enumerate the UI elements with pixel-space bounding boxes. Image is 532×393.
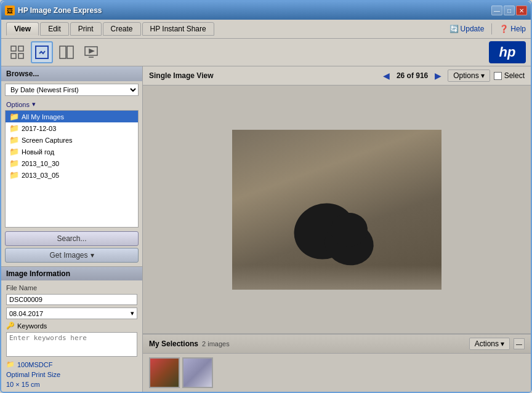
single-view-button[interactable] [31, 41, 53, 63]
menu-bar: View Edit Print Create HP Instant Share … [1, 20, 531, 39]
print-size-value: 10 × 15 cm [6, 381, 137, 388]
print-size-label: Optimal Print Size [6, 371, 137, 378]
my-selections-title: My Selections [149, 339, 198, 348]
window-title: HP Image Zone Express [18, 6, 102, 15]
folder-icon: 📁 [9, 124, 19, 133]
tab-view[interactable]: View [6, 22, 39, 36]
update-icon: 🔄 [449, 25, 459, 33]
tab-create[interactable]: Create [103, 22, 141, 36]
options-label: Options [6, 101, 30, 108]
prev-image-button[interactable]: ◀ [381, 69, 393, 82]
image-counter: 26 of 916 [397, 71, 428, 80]
image-toolbar: Single Image View ◀ 26 of 916 ▶ Options … [143, 66, 531, 85]
svg-rect-5 [60, 46, 66, 58]
content-area: Browse... By Date (Newest First) Options… [1, 66, 531, 392]
options-bar[interactable]: Options ▾ [1, 98, 142, 110]
folder-small-icon: 📁 [6, 360, 15, 368]
photo-area [143, 85, 531, 333]
file-name-label: File Name [6, 284, 137, 292]
help-icon: ❓ [499, 25, 509, 33]
select-label: Select [504, 71, 525, 80]
tab-edit[interactable]: Edit [40, 22, 69, 36]
app-icon: 🖼 [5, 6, 15, 15]
file-name-input[interactable] [6, 294, 137, 305]
hp-logo: hp [489, 41, 526, 63]
options-chevron-icon: ▾ [481, 71, 485, 80]
title-bar-buttons: — □ ✕ [491, 6, 527, 15]
search-button[interactable]: Search... [5, 231, 139, 246]
title-bar-left: 🖼 HP Image Zone Express [5, 6, 102, 15]
main-window: 🖼 HP Image Zone Express — □ ✕ View Edit … [0, 0, 532, 393]
compare-view-button[interactable] [55, 41, 78, 63]
title-bar: 🖼 HP Image Zone Express — □ ✕ [1, 1, 531, 20]
menu-tabs: View Edit Print Create HP Instant Share [6, 22, 214, 36]
thumbnail-1[interactable] [149, 357, 180, 388]
close-button[interactable]: ✕ [516, 6, 527, 15]
folder-icon: 📁 [9, 147, 19, 156]
thumbnail-2[interactable] [182, 357, 213, 388]
select-area[interactable]: Select [494, 71, 525, 80]
selections-count: 2 images [202, 340, 230, 347]
update-button[interactable]: 🔄 Update [449, 25, 485, 33]
tree-item-novy-god[interactable]: 📁 Новый год [6, 146, 138, 157]
get-images-arrow-icon: ▾ [91, 251, 94, 260]
get-images-label: Get Images [49, 251, 87, 260]
menu-divider [491, 23, 492, 34]
view-options-button[interactable]: Options ▾ [448, 69, 490, 82]
date-dropdown-icon: ▾ [131, 309, 134, 317]
keywords-icon: 🔑 [6, 322, 15, 330]
image-info-header: Image Information [1, 267, 142, 280]
actions-button[interactable]: Actions ▾ [469, 338, 510, 350]
minimize-button[interactable]: — [491, 6, 502, 15]
image-information-panel: Image Information File Name 08.04.2017 ▾… [1, 266, 142, 392]
selections-area: My Selections 2 images Actions ▾ — [143, 333, 531, 392]
keywords-textarea[interactable] [6, 332, 137, 357]
options-chevron-icon: ▾ [32, 100, 36, 108]
main-photo [232, 130, 441, 290]
tab-print[interactable]: Print [70, 22, 102, 36]
thumbnail-view-button[interactable] [6, 41, 28, 63]
main-area: Single Image View ◀ 26 of 916 ▶ Options … [143, 66, 531, 392]
svg-rect-1 [18, 46, 23, 51]
image-info-body: File Name 08.04.2017 ▾ 🔑 Keywords 📁 100M… [1, 280, 142, 392]
folder-info: 📁 100MSDCF [6, 360, 137, 368]
tab-hp-instant-share[interactable]: HP Instant Share [142, 22, 214, 36]
selections-header: My Selections 2 images Actions ▾ — [143, 335, 531, 354]
cat-body [281, 191, 392, 271]
svg-rect-3 [18, 54, 23, 58]
next-image-button[interactable]: ▶ [432, 69, 444, 82]
select-checkbox[interactable] [494, 72, 502, 80]
folder-icon: 📁 [9, 112, 19, 121]
svg-rect-0 [11, 46, 16, 51]
help-button[interactable]: ❓ Help [499, 25, 526, 33]
keywords-label: 🔑 Keywords [6, 322, 137, 330]
folder-icon: 📁 [9, 170, 19, 180]
tree-item-2013-10-30[interactable]: 📁 2013_10_30 [6, 157, 138, 169]
tree-item-screen-captures[interactable]: 📁 Screen Captures [6, 134, 138, 146]
slideshow-view-button[interactable] [80, 41, 102, 63]
collapse-selections-button[interactable]: — [514, 338, 525, 349]
svg-rect-6 [67, 46, 73, 58]
svg-rect-2 [11, 54, 16, 58]
maximize-button[interactable]: □ [504, 6, 515, 15]
menu-right: 🔄 Update ❓ Help [449, 23, 526, 34]
folder-icon: 📁 [9, 159, 19, 168]
cat-scene [232, 130, 441, 290]
tree-item-2017[interactable]: 📁 2017-12-03 [6, 122, 138, 134]
browse-header: Browse... [1, 66, 142, 81]
svg-marker-8 [89, 49, 94, 53]
sort-select[interactable]: By Date (Newest First) [5, 84, 139, 96]
tree-item-2013-03-05[interactable]: 📁 2013_03_05 [6, 169, 138, 181]
actions-chevron-icon: ▾ [501, 339, 504, 348]
sort-dropdown: By Date (Newest First) [5, 84, 139, 96]
selections-thumbnails [143, 354, 531, 392]
toolbar: hp [1, 39, 531, 66]
get-images-button[interactable]: Get Images ▾ [5, 248, 139, 263]
date-field[interactable]: 08.04.2017 ▾ [6, 308, 137, 319]
tree-item-all-images[interactable]: 📁 All My Images [6, 111, 138, 122]
single-image-view-label: Single Image View [149, 71, 213, 80]
left-panel: Browse... By Date (Newest First) Options… [1, 66, 143, 392]
folder-tree: 📁 All My Images 📁 2017-12-03 📁 Screen Ca… [5, 110, 139, 228]
folder-icon: 📁 [9, 135, 19, 145]
